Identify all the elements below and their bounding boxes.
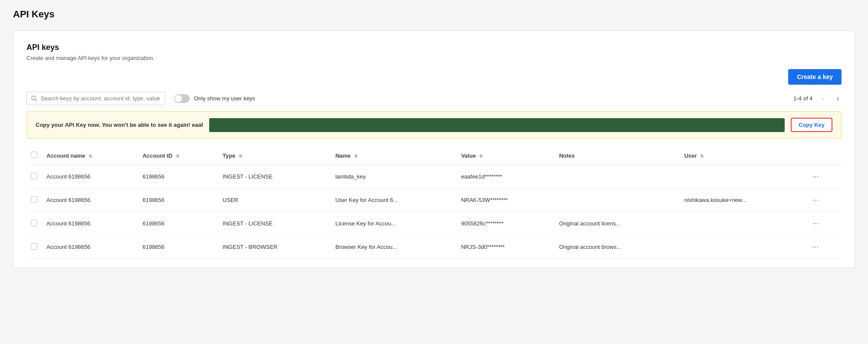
col-user[interactable]: User ⇅: [680, 146, 806, 165]
sort-account-name-icon: ⇅: [89, 154, 92, 159]
svg-line-1: [35, 99, 37, 101]
only-my-keys-toggle[interactable]: [174, 94, 190, 103]
cell-name-3: Browser Key for Accou...: [331, 235, 457, 259]
cell-account-name-3: Account 6198656: [42, 235, 138, 259]
api-keys-table: Account name ⇅ Account ID ⇅ Type ⇅ Name …: [26, 146, 842, 259]
search-input[interactable]: [26, 92, 165, 105]
cell-value-2: 9055826c********: [457, 212, 555, 235]
cell-notes-0: [555, 165, 680, 189]
cell-user-2: [680, 212, 806, 235]
col-type[interactable]: Type ⇅: [218, 146, 331, 165]
cell-type-1: USER: [218, 189, 331, 212]
row-action-button-2[interactable]: ···: [810, 218, 822, 229]
cell-name-1: User Key for Account 6...: [331, 189, 457, 212]
cell-type-3: INGEST - BROWSER: [218, 235, 331, 259]
select-all-checkbox[interactable]: [31, 152, 37, 158]
cell-account-name-0: Account 6198656: [42, 165, 138, 189]
cell-account-name-1: Account 6198656: [42, 189, 138, 212]
pagination-prev-button[interactable]: ‹: [819, 94, 827, 103]
card-subtext: Create and manage API keys for your orga…: [26, 55, 842, 61]
cell-value-0: eaafee1d********: [457, 165, 555, 189]
row-checkbox-1[interactable]: [31, 196, 37, 203]
row-action-button-0[interactable]: ···: [810, 171, 822, 182]
row-checkbox-3[interactable]: [31, 243, 37, 250]
cell-type-0: INGEST - LICENSE: [218, 165, 331, 189]
cell-user-1: nishikawa.kosuke+new...: [680, 189, 806, 212]
banner-message: Copy your API Key now. You won't be able…: [36, 122, 203, 128]
col-account-id[interactable]: Account ID ⇅: [138, 146, 218, 165]
row-action-button-1[interactable]: ···: [810, 195, 822, 205]
cell-notes-1: [555, 189, 680, 212]
cell-notes-2: Original account licens...: [555, 212, 680, 235]
cell-account-name-2: Account 6198656: [42, 212, 138, 235]
svg-point-0: [32, 96, 36, 100]
pagination-text: 1-4 of 4: [793, 95, 812, 102]
cell-name-0: lambda_key: [331, 165, 457, 189]
card-heading: API keys: [26, 43, 842, 52]
cell-user-3: [680, 235, 806, 259]
col-name[interactable]: Name ⇅: [331, 146, 457, 165]
pagination-next-button[interactable]: ›: [834, 94, 842, 103]
table-row: Account 6198656 6198656 INGEST - BROWSER…: [26, 235, 842, 259]
col-notes: Notes: [555, 146, 680, 165]
row-checkbox-2[interactable]: [31, 220, 37, 226]
cell-notes-3: Original account brows...: [555, 235, 680, 259]
sort-name-icon: ⇅: [354, 154, 358, 159]
sort-value-icon: ⇅: [479, 154, 483, 159]
cell-account-id-0: 6198656: [138, 165, 218, 189]
sort-account-id-icon: ⇅: [176, 154, 179, 159]
cell-account-id-1: 6198656: [138, 189, 218, 212]
cell-value-1: NRAK-53W********: [457, 189, 555, 212]
copy-key-button[interactable]: Copy Key: [791, 118, 832, 132]
table-row: Account 6198656 6198656 INGEST - LICENSE…: [26, 165, 842, 189]
col-account-name[interactable]: Account name ⇅: [42, 146, 138, 165]
search-icon: [31, 95, 38, 102]
table-row: Account 6198656 6198656 INGEST - LICENSE…: [26, 212, 842, 235]
cell-account-id-3: 6198656: [138, 235, 218, 259]
cell-value-3: NRJS-3d0********: [457, 235, 555, 259]
row-checkbox-0[interactable]: [31, 173, 37, 179]
cell-name-2: License Key for Accou...: [331, 212, 457, 235]
toggle-label: Only show my user keys: [194, 95, 255, 102]
banner-key-hidden: [209, 118, 785, 132]
cell-account-id-2: 6198656: [138, 212, 218, 235]
page-title: API Keys: [13, 9, 855, 20]
api-key-banner: Copy your API Key now. You won't be able…: [26, 111, 842, 139]
cell-type-2: INGEST - LICENSE: [218, 212, 331, 235]
table-row: Account 6198656 6198656 USER User Key fo…: [26, 189, 842, 212]
col-value[interactable]: Value ⇅: [457, 146, 555, 165]
sort-type-icon: ⇅: [239, 154, 242, 159]
row-action-button-3[interactable]: ···: [810, 241, 822, 252]
sort-user-icon: ⇅: [700, 154, 704, 159]
cell-user-0: [680, 165, 806, 189]
create-key-button[interactable]: Create a key: [788, 69, 842, 85]
